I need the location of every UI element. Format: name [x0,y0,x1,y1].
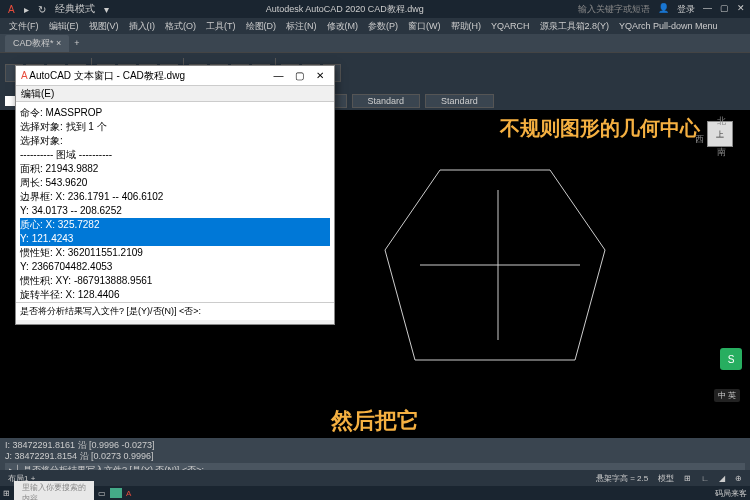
user-icon[interactable]: 👤 [658,3,669,16]
textwin-title: A AutoCAD 文本窗口 - CAD教程.dwg [21,69,185,83]
login-link[interactable]: 登录 [677,3,695,16]
tray-time[interactable]: 码局来客 [715,488,747,499]
status-bar: 布局1 + 悬架字高 = 2.5 模型 ⊞ ∟ ◢ ⊕ [0,470,750,486]
menu-item[interactable]: 绘图(D) [242,19,281,34]
output-line: 边界框: X: 236.1791 -- 406.6102 [20,190,330,204]
grid-icon[interactable]: ∟ [698,474,712,483]
menu-item[interactable]: 源泉工具箱2.8(Y) [536,19,614,34]
min-button[interactable]: — [703,3,712,16]
textwin-menu-edit[interactable]: 编辑(E) [16,86,334,102]
output-line: 命令: MASSPROP [20,106,330,120]
taskbar-autocad[interactable]: A [126,489,131,498]
dropdown-icon[interactable]: ▾ [101,3,112,16]
windows-search[interactable]: 里输入你要搜索的内容 [14,481,94,500]
viewcube-west[interactable]: 西 [695,133,704,146]
output-line: 惯性矩: X: 362011551.2109 [20,246,330,260]
menu-bar: 文件(F)编辑(E)视图(V)插入(I)格式(O)工具(T)绘图(D)标注(N)… [0,18,750,34]
snap-icon[interactable]: ⊞ [681,474,694,483]
menu-item[interactable]: 工具(T) [202,19,240,34]
qat-open[interactable]: ↻ [35,3,49,16]
menu-item[interactable]: 编辑(E) [45,19,83,34]
search-hint[interactable]: 输入关键字或短语 [578,3,650,16]
annotation-text: 不规则图形的几何中心 [500,115,700,142]
text-window: A AutoCAD 文本窗口 - CAD教程.dwg — ▢ ✕ 编辑(E) 命… [15,65,335,325]
qat-save[interactable]: ▸ [21,3,32,16]
menu-item[interactable]: 格式(O) [161,19,200,34]
menu-item[interactable]: 修改(M) [323,19,363,34]
viewcube[interactable]: 北 西 上 南 [695,115,745,165]
textwin-prompt[interactable]: 是否将分析结果写入文件? [是(Y)/否(N)] <否>: [16,302,334,320]
cmd-line-1: I: 38472291.8161 沿 [0.9996 -0.0273] [5,440,745,451]
style1-dropdown[interactable]: Standard [352,94,421,108]
centroid-line-y: Y: 121.4243 [20,232,330,246]
viewcube-north[interactable]: 北 [717,115,726,128]
output-line: ---------- 图域 ---------- [20,148,330,162]
output-line: Y: 2366704482.4053 [20,260,330,274]
tab-close-icon[interactable]: × [56,38,61,48]
ime-badge[interactable]: S [720,348,742,370]
close-button[interactable]: ✕ [737,3,745,16]
taskbar-app1[interactable] [110,488,122,498]
style2-dropdown[interactable]: Standard [425,94,494,108]
classic-mode[interactable]: 经典模式 [52,1,98,17]
menu-item[interactable]: 标注(N) [282,19,321,34]
start-button[interactable]: ⊞ [3,489,10,498]
menu-item[interactable]: 参数(P) [364,19,402,34]
centroid-line-x: 质心: X: 325.7282 [20,218,330,232]
ime-tip: 中 英 [714,389,740,402]
menu-item[interactable]: 视图(V) [85,19,123,34]
textwin-close[interactable]: ✕ [311,70,329,81]
video-subtitle: 然后把它 [331,406,419,436]
viewcube-south[interactable]: 南 [717,146,726,159]
document-tab[interactable]: CAD教程* × [5,35,69,52]
output-line: Y: 34.0173 -- 208.6252 [20,204,330,218]
command-history: I: 38472291.8161 沿 [0.9996 -0.0273] J: 3… [0,438,750,470]
textwin-content[interactable]: 命令: MASSPROP选择对象: 找到 1 个选择对象:---------- … [16,102,334,302]
drawing-shape [380,160,610,370]
output-line: 面积: 21943.9882 [20,162,330,176]
app-icon: A [5,3,18,16]
cmd-line-2: J: 38472291.8154 沿 [0.0273 0.9996] [5,451,745,462]
menu-item[interactable]: 文件(F) [5,19,43,34]
menu-item[interactable]: 窗口(W) [404,19,445,34]
scale-display[interactable]: 悬架字高 = 2.5 [593,473,651,484]
layer-color[interactable] [5,96,15,106]
ortho-icon[interactable]: ◢ [716,474,728,483]
textwin-max[interactable]: ▢ [290,70,308,81]
output-line: 旋转半径: X: 128.4406 [20,288,330,302]
osnap-icon[interactable]: ⊕ [732,474,745,483]
menu-item[interactable]: YQArch Pull-down Menu [615,20,722,32]
new-tab-button[interactable]: + [74,38,79,48]
textwin-min[interactable]: — [269,70,287,81]
output-line: 选择对象: [20,134,330,148]
output-line: 惯性积: XY: -867913888.9561 [20,274,330,288]
app-title: Autodesk AutoCAD 2020 CAD教程.dwg [112,3,578,16]
output-line: 周长: 543.9620 [20,176,330,190]
taskview-icon[interactable]: ▭ [98,489,106,498]
model-button[interactable]: 模型 [655,473,677,484]
menu-item[interactable]: 插入(I) [125,19,160,34]
menu-item[interactable]: 帮助(H) [447,19,486,34]
output-line: 选择对象: 找到 1 个 [20,120,330,134]
windows-taskbar: ⊞ 里输入你要搜索的内容 ▭ A 码局来客 [0,486,750,500]
menu-item[interactable]: YQARCH [487,20,534,32]
max-button[interactable]: ▢ [720,3,729,16]
